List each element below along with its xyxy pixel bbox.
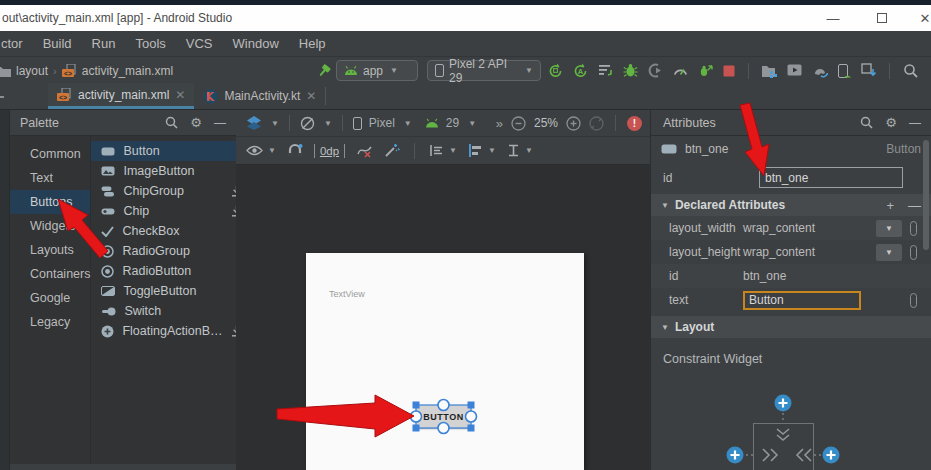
menu-item-refactor[interactable]: ctor bbox=[0, 31, 33, 56]
attribute-value[interactable]: wrap_content bbox=[743, 221, 876, 235]
palette-item-radiogroup[interactable]: RadioGroup bbox=[91, 241, 251, 261]
palette-item-checkbox[interactable]: CheckBox bbox=[91, 221, 251, 241]
chevron-down-icon[interactable]: ▼ bbox=[449, 146, 457, 155]
device-dropdown[interactable]: Pixel 2 API 29 ▼ bbox=[427, 60, 541, 81]
toggle-reference-icon[interactable] bbox=[910, 245, 917, 260]
chevron-down-icon[interactable]: ▼ bbox=[525, 146, 533, 155]
layout-section-header[interactable]: ▼ Layout bbox=[651, 316, 931, 338]
minimize-button[interactable]: — bbox=[818, 5, 848, 31]
design-surface-icon[interactable] bbox=[246, 116, 262, 130]
dropdown-button[interactable]: ▼ bbox=[876, 244, 902, 261]
toggle-reference-icon[interactable] bbox=[910, 293, 917, 308]
clear-constraints-icon[interactable] bbox=[356, 143, 373, 158]
palette-item-switch[interactable]: Switch bbox=[91, 301, 251, 321]
device-canvas[interactable]: TextView BUTTON bbox=[306, 253, 584, 470]
sync-icon[interactable] bbox=[598, 63, 613, 78]
palette-item-chipgroup[interactable]: ChipGroup bbox=[91, 181, 251, 201]
text-value-field[interactable]: Button bbox=[743, 291, 861, 310]
search-icon[interactable] bbox=[860, 116, 873, 129]
chevron-down-icon[interactable]: ▼ bbox=[324, 119, 332, 128]
menu-item-tools[interactable]: Tools bbox=[125, 31, 175, 56]
id-input[interactable] bbox=[759, 167, 903, 188]
breadcrumb-folder[interactable]: layout bbox=[16, 64, 48, 78]
palette-category-widgets[interactable]: Widgets bbox=[10, 214, 90, 238]
remove-attribute-icon[interactable]: — bbox=[908, 198, 921, 213]
tab-activity-main-xml[interactable]: <> activity_main.xml ✕ bbox=[48, 83, 194, 109]
menu-item-help[interactable]: Help bbox=[289, 31, 336, 56]
palette-category-buttons[interactable]: Buttons bbox=[10, 190, 90, 214]
error-badge[interactable]: ! bbox=[627, 116, 642, 131]
design-surface[interactable]: TextView BUTTON bbox=[236, 165, 650, 470]
orientation-icon[interactable] bbox=[300, 116, 315, 131]
palette-item-togglebutton[interactable]: ToggleButton bbox=[91, 281, 251, 301]
zoom-out-icon[interactable] bbox=[511, 116, 526, 131]
hide-panel-icon[interactable]: — bbox=[909, 116, 921, 130]
toolbar-overflow-icon[interactable]: » bbox=[496, 116, 503, 131]
add-attribute-icon[interactable]: + bbox=[886, 198, 894, 213]
rerun-icon[interactable] bbox=[548, 63, 563, 78]
zoom-in-icon[interactable] bbox=[566, 116, 581, 131]
menu-item-build[interactable]: Build bbox=[33, 31, 82, 56]
gear-icon[interactable]: ⚙ bbox=[190, 115, 202, 130]
palette-category-google[interactable]: Google bbox=[10, 286, 90, 310]
selection-handles[interactable] bbox=[402, 391, 486, 443]
align-icon[interactable] bbox=[468, 144, 483, 157]
layout-inspector-icon[interactable] bbox=[838, 64, 851, 78]
distribute-icon[interactable] bbox=[507, 144, 520, 157]
maximize-button[interactable] bbox=[867, 5, 897, 31]
palette-category-containers[interactable]: Containers bbox=[10, 262, 90, 286]
attribute-value[interactable]: wrap_content bbox=[743, 245, 876, 259]
close-tab-icon[interactable]: ✕ bbox=[175, 88, 185, 102]
menu-item-window[interactable]: Window bbox=[223, 31, 289, 56]
run-config-dropdown[interactable]: app ▼ bbox=[336, 60, 418, 81]
chevron-down-icon[interactable]: ▼ bbox=[268, 146, 276, 155]
declared-attributes-header[interactable]: ▼ Declared Attributes + — bbox=[651, 194, 931, 216]
palette-category-layouts[interactable]: Layouts bbox=[10, 238, 90, 262]
attribute-value[interactable]: btn_one bbox=[743, 269, 931, 283]
menu-item-vcs[interactable]: VCS bbox=[176, 31, 223, 56]
autoconnect-magnet-icon[interactable] bbox=[287, 143, 303, 158]
gear-icon[interactable]: ⚙ bbox=[885, 115, 897, 130]
attach-debugger-icon[interactable] bbox=[698, 63, 713, 78]
palette-item-chip[interactable]: Chip bbox=[91, 201, 251, 221]
pack-icon[interactable] bbox=[429, 144, 444, 157]
view-options-eye-icon[interactable] bbox=[246, 145, 263, 156]
close-button[interactable]: ✕ bbox=[910, 5, 931, 31]
sdk-manager-icon[interactable] bbox=[861, 63, 876, 78]
tab-mainactivity-kt[interactable]: MainActivity.kt ✕ bbox=[194, 83, 325, 109]
zoom-to-fit-icon[interactable] bbox=[589, 116, 604, 131]
search-icon[interactable] bbox=[165, 116, 178, 129]
breadcrumb-file[interactable]: activity_main.xml bbox=[82, 64, 173, 78]
chevron-down-icon[interactable]: ▼ bbox=[468, 119, 476, 128]
gradle-sync-icon[interactable] bbox=[812, 64, 828, 78]
palette-item-floatingactionbutton[interactable]: FloatingActionB… bbox=[91, 321, 251, 341]
palette-item-radiobutton[interactable]: RadioButton bbox=[91, 261, 251, 281]
scrollbar[interactable] bbox=[923, 140, 929, 250]
attach-profiler-icon[interactable] bbox=[648, 63, 663, 78]
chevron-down-icon[interactable]: ▼ bbox=[271, 119, 279, 128]
api-level-label[interactable]: 29 bbox=[446, 116, 459, 130]
close-tab-icon[interactable]: ✕ bbox=[306, 89, 316, 103]
canvas-textview[interactable]: TextView bbox=[329, 289, 365, 299]
palette-category-legacy[interactable]: Legacy bbox=[10, 310, 90, 334]
chevron-down-icon[interactable]: ▼ bbox=[404, 119, 412, 128]
default-margin-control[interactable]: 0dp bbox=[314, 144, 345, 158]
hammer-icon[interactable] bbox=[316, 63, 332, 79]
device-manager-icon[interactable] bbox=[787, 64, 802, 77]
debug-icon[interactable] bbox=[623, 63, 638, 78]
profiler-icon[interactable] bbox=[673, 63, 688, 78]
project-structure-icon[interactable] bbox=[762, 64, 777, 78]
dropdown-button[interactable]: ▼ bbox=[876, 220, 902, 237]
toggle-reference-icon[interactable] bbox=[910, 221, 917, 236]
infer-constraints-icon[interactable] bbox=[384, 143, 400, 158]
menu-item-run[interactable]: Run bbox=[82, 31, 126, 56]
apply-changes-icon[interactable]: A bbox=[573, 63, 588, 78]
palette-category-common[interactable]: Common bbox=[10, 142, 90, 166]
device-type-label[interactable]: Pixel bbox=[369, 116, 395, 130]
search-everywhere-icon[interactable] bbox=[903, 63, 918, 78]
palette-category-text[interactable]: Text bbox=[10, 166, 90, 190]
palette-item-imagebutton[interactable]: ImageButton bbox=[91, 161, 251, 181]
palette-item-button[interactable]: Button bbox=[91, 141, 251, 161]
chevron-down-icon[interactable]: ▼ bbox=[488, 146, 496, 155]
constraint-widget[interactable] bbox=[651, 390, 931, 470]
